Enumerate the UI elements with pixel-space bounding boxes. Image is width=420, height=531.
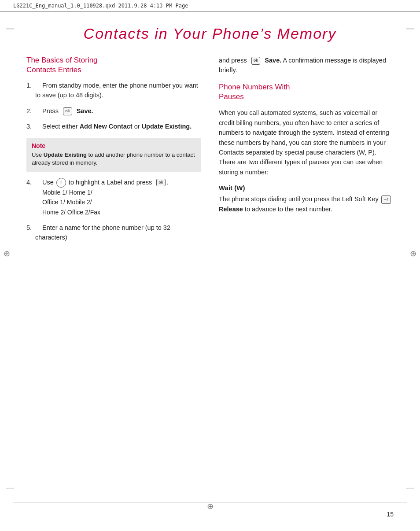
left-section-heading: The Basics of StoringContacts Entries xyxy=(26,55,201,75)
note-text: Use Update Existing to add another phone… xyxy=(32,151,196,167)
two-col-layout: The Basics of StoringContacts Entries 1.… xyxy=(26,55,394,248)
note-label: Note xyxy=(32,142,196,149)
steps-list: 1. From standby mode, enter the phone nu… xyxy=(26,81,201,132)
step-4-num: 4. xyxy=(26,178,32,188)
step-3: 3. Select either Add New Contact or Upda… xyxy=(26,122,201,132)
label-options: Mobile 1/ Home 1/ Office 1/ Mobile 2/ Ho… xyxy=(35,188,201,217)
step-4-text: Use ○ to highlight a Label and press ok.… xyxy=(35,179,201,217)
step-1-text: From standby mode, enter the phone numbe… xyxy=(35,82,198,99)
right-column: and press ok Save. A confirmation messag… xyxy=(219,55,394,248)
step-5-num: 5. xyxy=(26,223,32,233)
page-number: 15 xyxy=(387,511,394,518)
ok-icon-step2: ok xyxy=(63,107,72,115)
step-5: 5. Enter a name for the phone number (up… xyxy=(26,223,201,243)
wait-heading: Wait (W) xyxy=(219,184,394,192)
note-box: Note Use Update Existing to add another … xyxy=(26,138,201,171)
left-column: The Basics of StoringContacts Entries 1.… xyxy=(26,55,201,248)
main-content: Contacts in Your Phone’s Memory The Basi… xyxy=(0,12,420,266)
reg-mark-left-bot: — xyxy=(6,483,14,491)
step-4: 4. Use ○ to highlight a Label and press … xyxy=(26,178,201,217)
ok-icon-right: ok xyxy=(251,57,261,65)
pauses-heading: Phone Numbers WithPauses xyxy=(219,82,394,102)
continuation-text: and press ok Save. A confirmation messag… xyxy=(219,55,394,75)
step-3-text: Select either Add New Contact or Update … xyxy=(35,123,192,130)
ok-icon-step4: ok xyxy=(156,179,166,187)
main-title: Contacts in Your Phone’s Memory xyxy=(26,25,394,42)
wait-body: The phone stops dialing until you press … xyxy=(219,194,394,214)
step-2-text: Press ok Save. xyxy=(35,107,93,114)
nav-icon: ○ xyxy=(56,178,66,188)
step-3-num: 3. xyxy=(26,122,32,132)
reg-mark-right-bot: — xyxy=(406,483,414,491)
header-bar: LG221C_Eng_manual_1.0_110928.qxd 2011.9.… xyxy=(0,0,420,12)
step-1-num: 1. xyxy=(26,81,32,91)
header-text: LG221C_Eng_manual_1.0_110928.qxd 2011.9.… xyxy=(13,3,188,9)
page-wrapper: LG221C_Eng_manual_1.0_110928.qxd 2011.9.… xyxy=(0,0,420,531)
reg-mark-center-bot: ⊕ xyxy=(207,502,214,511)
release-icon: −/ xyxy=(381,195,391,204)
steps-list-cont: 4. Use ○ to highlight a Label and press … xyxy=(26,178,201,243)
pauses-body: When you call automated systems, such as… xyxy=(219,108,394,177)
step-1: 1. From standby mode, enter the phone nu… xyxy=(26,81,201,100)
bottom-rule xyxy=(13,502,407,502)
step-2-num: 2. xyxy=(26,107,32,116)
step-5-text: Enter a name for the phone number (up to… xyxy=(35,224,170,241)
step-2: 2. Press ok Save. xyxy=(26,107,201,116)
